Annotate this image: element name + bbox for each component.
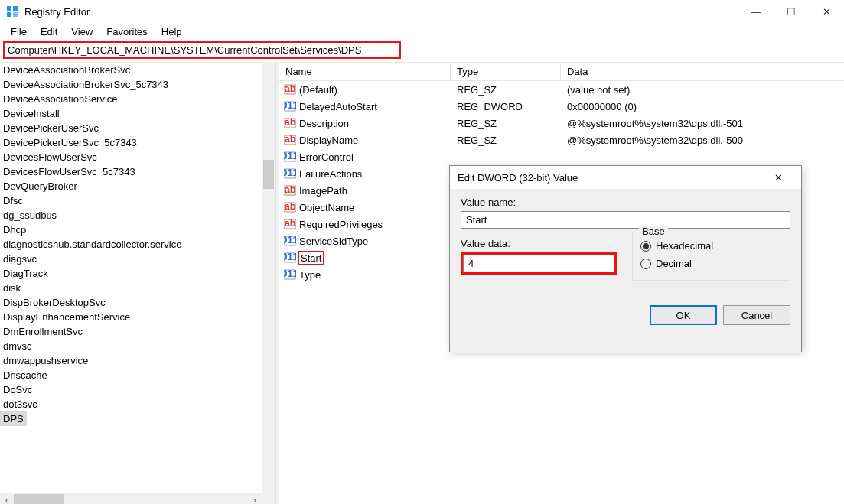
tree-item[interactable]: DevicePickerUserSvc [0, 121, 262, 135]
scroll-thumb[interactable] [14, 494, 64, 504]
value-row[interactable]: 011ErrorControl [279, 148, 844, 165]
close-icon: ✕ [774, 172, 783, 184]
reg-sz-icon: ab [284, 134, 296, 146]
tree-item[interactable]: dg_ssudbus [0, 208, 262, 223]
tree-item[interactable]: DevicesFlowUserSvc_5c7343 [0, 164, 262, 179]
vscroll-thumb[interactable] [263, 160, 274, 189]
col-type[interactable]: Type [451, 63, 561, 80]
value-name: Start [298, 251, 324, 265]
value-data-label: Value data: [461, 238, 617, 249]
tree-item[interactable]: dmvsc [0, 339, 262, 353]
value-name: ErrorControl [299, 151, 354, 163]
tree-item[interactable]: DeviceInstall [0, 106, 262, 121]
tree-item[interactable]: DevicesFlowUserSvc [0, 150, 262, 164]
sidebar-vscroll[interactable] [262, 62, 275, 504]
titlebar: Registry Editor — ☐ ✕ [0, 0, 844, 23]
tree-item[interactable]: DevicePickerUserSvc_5c7343 [0, 135, 262, 150]
tree-item[interactable]: dot3svc [0, 397, 262, 411]
value-data: (value not set) [561, 84, 844, 96]
reg-sz-icon: ab [284, 117, 296, 129]
cancel-button[interactable]: Cancel [723, 305, 790, 325]
menu-help[interactable]: Help [155, 24, 188, 39]
tree-item[interactable]: Dhcp [0, 223, 262, 237]
reg-sz-icon: ab [284, 218, 296, 230]
tree-item[interactable]: DevQueryBroker [0, 179, 262, 193]
tree-item[interactable]: DeviceAssociationBrokerSvc [0, 63, 262, 77]
tree-list[interactable]: DeviceAssociationBrokerSvcDeviceAssociat… [0, 63, 262, 426]
value-row[interactable]: ab(Default)REG_SZ(value not set) [279, 81, 844, 98]
radio-icon [640, 259, 651, 269]
svg-text:011: 011 [284, 100, 296, 111]
tree-item[interactable]: DoSvc [0, 382, 262, 397]
value-data-input[interactable] [463, 255, 614, 272]
minimize-button[interactable]: — [738, 0, 774, 23]
radio-icon [640, 241, 651, 252]
radio-hexadecimal[interactable]: Hexadecimal [640, 237, 782, 255]
col-name[interactable]: Name [279, 63, 451, 80]
value-row[interactable]: abDisplayNameREG_SZ@%systemroot%\system3… [279, 132, 844, 148]
value-data: @%systemroot%\system32\dps.dll,-500 [561, 135, 844, 146]
svg-text:011: 011 [284, 268, 296, 279]
base-legend: Base [639, 226, 668, 237]
ok-button[interactable]: OK [650, 305, 717, 325]
close-button[interactable]: ✕ [809, 0, 844, 23]
value-name-label: Value name: [461, 197, 790, 208]
address-bar[interactable]: Computer\HKEY_LOCAL_MACHINE\SYSTEM\Curre… [3, 41, 401, 59]
svg-rect-3 [13, 12, 18, 17]
tree-item[interactable]: DiagTrack [0, 266, 262, 281]
value-row[interactable]: 011DelayedAutoStartREG_DWORD0x00000000 (… [279, 98, 844, 115]
address-path: Computer\HKEY_LOCAL_MACHINE\SYSTEM\Curre… [8, 44, 361, 56]
menu-view[interactable]: View [65, 24, 99, 39]
tree-item[interactable]: diagnosticshub.standardcollector.service [0, 237, 262, 252]
tree-item[interactable]: DeviceAssociationBrokerSvc_5c7343 [0, 77, 262, 92]
sidebar: DeviceAssociationBrokerSvcDeviceAssociat… [0, 62, 262, 504]
svg-rect-0 [7, 6, 11, 11]
value-row[interactable]: abDescriptionREG_SZ@%systemroot%\system3… [279, 115, 844, 132]
menu-edit[interactable]: Edit [34, 24, 64, 39]
radio-decimal[interactable]: Decimal [640, 255, 782, 272]
reg-sz-icon: ab [284, 184, 296, 197]
reg-sz-icon: ab [284, 83, 296, 96]
tree-item[interactable]: DeviceAssociationService [0, 92, 262, 106]
value-name-input[interactable] [461, 211, 790, 229]
tree-item-selected[interactable]: DPS [0, 411, 27, 426]
tree-item[interactable]: Dfsc [0, 193, 262, 208]
scroll-track[interactable] [14, 493, 248, 504]
tree-item[interactable]: DisplayEnhancementService [0, 310, 262, 324]
value-name: Type [299, 269, 321, 281]
maximize-button[interactable]: ☐ [774, 0, 809, 23]
value-name: (Default) [299, 84, 337, 96]
value-type: REG_SZ [451, 84, 561, 96]
menu-file[interactable]: File [5, 24, 33, 39]
col-data[interactable]: Data [561, 63, 844, 80]
scroll-right-icon[interactable]: › [248, 493, 262, 504]
addressbar-wrap: Computer\HKEY_LOCAL_MACHINE\SYSTEM\Curre… [0, 40, 844, 62]
radio-dec-label: Decimal [656, 258, 692, 269]
tree-item[interactable]: DmEnrollmentSvc [0, 324, 262, 339]
svg-text:ab: ab [284, 83, 295, 94]
tree-item[interactable]: dmwappushservice [0, 353, 262, 368]
tree-item[interactable]: diagsvc [0, 252, 262, 266]
value-data: @%systemroot%\system32\dps.dll,-501 [561, 118, 844, 129]
value-type: REG_DWORD [451, 101, 561, 112]
tree-item[interactable]: DispBrokerDesktopSvc [0, 295, 262, 310]
value-data: 0x00000000 (0) [561, 101, 844, 112]
scroll-left-icon[interactable]: ‹ [0, 493, 14, 504]
dialog-close-button[interactable]: ✕ [763, 166, 793, 189]
svg-text:ab: ab [284, 117, 295, 128]
tree-item[interactable]: Dnscache [0, 368, 262, 382]
dialog-body: Value name: Value data: Base Hexadecimal… [450, 189, 801, 353]
svg-text:ab: ab [284, 201, 295, 212]
value-type: REG_SZ [451, 135, 561, 146]
sidebar-scrollbar[interactable]: ‹ › [0, 493, 262, 504]
menu-favorites[interactable]: Favorites [100, 24, 153, 39]
app-icon [5, 4, 20, 19]
svg-rect-1 [13, 6, 18, 11]
reg-dword-icon: 011 [284, 252, 296, 264]
reg-dword-icon: 011 [284, 100, 296, 112]
value-name: ImagePath [299, 185, 347, 197]
columns-header: Name Type Data [279, 63, 844, 81]
tree-item[interactable]: disk [0, 281, 262, 295]
reg-dword-icon: 011 [284, 235, 296, 247]
svg-text:011: 011 [284, 235, 296, 245]
